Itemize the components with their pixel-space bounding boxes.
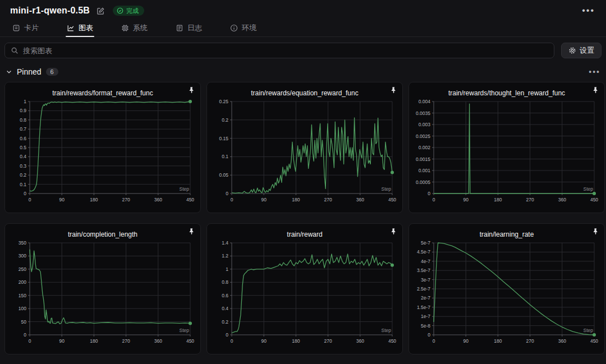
svg-text:0: 0 — [231, 197, 233, 202]
svg-text:90: 90 — [463, 338, 469, 344]
chart-plot[interactable]: 00.10.20.30.40.50.60.70.80.9109018027036… — [10, 97, 196, 205]
settings-button[interactable]: 设置 — [561, 43, 602, 58]
svg-text:0.05: 0.05 — [219, 172, 228, 178]
header: mini-r1-qwen-0.5B 完成 ••• — [0, 0, 606, 18]
tab-label: 卡片 — [24, 23, 39, 33]
svg-text:450: 450 — [186, 338, 194, 344]
svg-text:3e-7: 3e-7 — [421, 277, 430, 283]
svg-text:0: 0 — [226, 191, 228, 196]
settings-label: 设置 — [580, 45, 594, 56]
svg-text:0.4: 0.4 — [222, 306, 228, 311]
tab-cards[interactable]: 卡片 — [4, 19, 47, 36]
chart-card: train/rewards/thought_len_reward_func00.… — [408, 82, 605, 213]
svg-text:270: 270 — [122, 197, 130, 202]
svg-text:Step: Step — [382, 328, 392, 333]
svg-text:90: 90 — [261, 338, 267, 344]
pin-icon[interactable] — [592, 228, 599, 235]
svg-text:0.5: 0.5 — [20, 145, 26, 150]
svg-text:360: 360 — [558, 338, 566, 344]
svg-text:Step: Step — [180, 328, 190, 333]
svg-text:0.1: 0.1 — [20, 182, 26, 187]
svg-text:0.2: 0.2 — [222, 319, 228, 325]
pin-icon[interactable] — [390, 228, 397, 235]
pinned-section-header: Pinned 6 ••• — [0, 61, 606, 82]
svg-text:0.0015: 0.0015 — [416, 156, 430, 162]
chart-plot[interactable]: 05e-81e-71.5e-72e-72.5e-73e-73.5e-74e-74… — [414, 238, 600, 346]
svg-text:0.4: 0.4 — [20, 154, 26, 159]
search-input[interactable] — [23, 47, 548, 55]
pinned-more-icon[interactable]: ••• — [589, 70, 600, 74]
search-box[interactable] — [4, 43, 554, 58]
check-circle-icon — [117, 7, 123, 14]
search-icon — [11, 47, 19, 54]
chart-title: train/rewards/equation_reward_func — [212, 89, 398, 97]
tab-environment[interactable]: 环境 — [222, 19, 264, 36]
chart-card: train/rewards/equation_reward_func00.050… — [206, 82, 403, 213]
svg-text:Step: Step — [180, 186, 190, 192]
chart-title: train/reward — [212, 231, 398, 238]
svg-text:450: 450 — [186, 197, 194, 202]
svg-text:180: 180 — [90, 338, 98, 344]
pin-icon[interactable] — [188, 228, 195, 235]
svg-text:0: 0 — [226, 332, 228, 338]
svg-text:0: 0 — [231, 338, 233, 344]
svg-text:0.001: 0.001 — [419, 168, 431, 173]
svg-text:5e-8: 5e-8 — [421, 323, 430, 329]
svg-text:2.5e-7: 2.5e-7 — [417, 286, 430, 292]
tab-logs[interactable]: 日志 — [168, 19, 210, 36]
chart-plot[interactable]: 050100150200250300350090180270360450Step — [10, 238, 196, 346]
svg-text:50: 50 — [21, 319, 27, 325]
chart-card: train/rewards/format_reward_func00.10.20… — [4, 82, 201, 213]
svg-text:450: 450 — [590, 197, 598, 202]
tab-label: 环境 — [242, 23, 256, 33]
svg-text:0: 0 — [24, 191, 26, 196]
chart-plot[interactable]: 00.20.40.60.811.21.4090180270360450Step — [212, 238, 398, 346]
svg-text:4e-7: 4e-7 — [421, 259, 430, 264]
svg-text:0.2: 0.2 — [222, 117, 228, 123]
chart-plot[interactable]: 00.00050.0010.00150.0020.00250.0030.0035… — [414, 97, 600, 205]
chart-plot[interactable]: 00.050.10.150.20.25090180270360450Step — [212, 97, 398, 205]
svg-text:0.1: 0.1 — [222, 154, 228, 159]
svg-text:0.0005: 0.0005 — [416, 179, 430, 185]
pin-icon[interactable] — [592, 86, 599, 94]
edit-icon[interactable] — [97, 7, 105, 15]
svg-text:90: 90 — [59, 338, 65, 344]
chart-title: train/rewards/format_reward_func — [10, 89, 196, 97]
tab-system[interactable]: 系统 — [113, 19, 155, 36]
svg-text:350: 350 — [19, 240, 26, 246]
svg-text:180: 180 — [292, 197, 300, 202]
svg-text:180: 180 — [494, 338, 502, 344]
tab-label: 图表 — [79, 23, 93, 33]
log-icon — [176, 24, 183, 32]
svg-text:90: 90 — [261, 197, 267, 202]
search-row: 设置 — [0, 37, 606, 61]
chevron-down-icon[interactable] — [6, 68, 12, 75]
svg-text:4.5e-7: 4.5e-7 — [417, 249, 430, 255]
svg-text:0.002: 0.002 — [419, 145, 431, 150]
svg-text:0.004: 0.004 — [419, 99, 431, 104]
svg-text:0.15: 0.15 — [219, 136, 228, 141]
tab-label: 日志 — [187, 23, 202, 33]
svg-text:0.2: 0.2 — [20, 172, 26, 178]
svg-text:0.6: 0.6 — [222, 293, 228, 298]
svg-text:200: 200 — [19, 279, 26, 285]
info-icon — [230, 24, 238, 32]
experiment-title: mini-r1-qwen-0.5B — [10, 6, 90, 16]
svg-text:1.2: 1.2 — [222, 253, 228, 259]
pin-icon[interactable] — [390, 86, 397, 94]
chart-card: train/learning_rate05e-81e-71.5e-72e-72.… — [408, 223, 605, 354]
header-more-icon[interactable]: ••• — [581, 8, 596, 13]
chart-card: train/reward00.20.40.60.811.21.409018027… — [206, 223, 403, 354]
chart-icon — [67, 24, 75, 32]
pin-icon[interactable] — [188, 86, 195, 94]
svg-text:90: 90 — [463, 197, 469, 202]
svg-text:270: 270 — [324, 197, 332, 202]
cards-icon — [12, 24, 20, 32]
status-badge: 完成 — [113, 6, 144, 16]
svg-text:0.8: 0.8 — [20, 117, 26, 123]
svg-text:0.0025: 0.0025 — [416, 133, 430, 139]
tab-charts[interactable]: 图表 — [59, 19, 101, 36]
svg-text:Step: Step — [382, 186, 392, 192]
chart-title: train/completion_length — [10, 231, 196, 238]
svg-text:0.0035: 0.0035 — [416, 110, 430, 116]
